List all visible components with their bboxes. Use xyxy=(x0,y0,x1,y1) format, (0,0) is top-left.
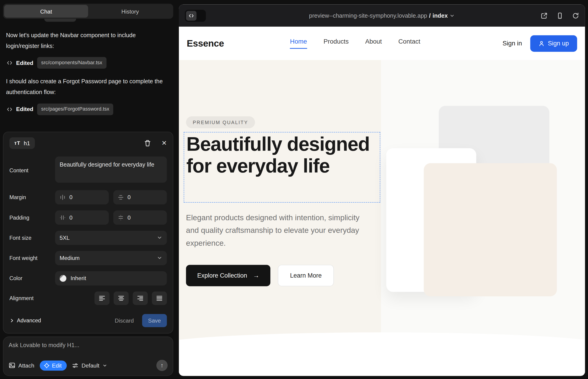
element-editor-panel: тT h1 ✕ Content Beautifully designed for… xyxy=(3,131,173,333)
code-icon xyxy=(7,60,12,66)
alignment-row: Alignment xyxy=(9,291,167,305)
font-size-select[interactable]: 5XL xyxy=(55,231,167,245)
padding-y-input[interactable] xyxy=(113,210,167,225)
site-preview: Essence Home Products About Contact Sign… xyxy=(179,27,585,376)
close-icon[interactable]: ✕ xyxy=(161,139,167,147)
font-size-label: Font size xyxy=(9,235,55,241)
save-button[interactable]: Save xyxy=(142,314,167,327)
premium-quality-badge: PREMIUM QUALITY xyxy=(186,116,255,128)
chat-input-toolbar: Attach Edit Default xyxy=(9,360,168,371)
color-swatch xyxy=(60,275,66,282)
attach-button[interactable]: Attach xyxy=(9,362,34,369)
chat-input[interactable] xyxy=(9,342,168,358)
delete-element-button[interactable] xyxy=(144,140,151,147)
smartphone-icon xyxy=(557,12,563,19)
chevron-down-icon xyxy=(157,235,163,241)
align-justify-button[interactable] xyxy=(152,291,167,305)
chat-messages: Now let's update the Navbar component to… xyxy=(3,30,173,123)
edited-file-row[interactable]: Edited src/pages/ForgotPassword.tsx xyxy=(7,103,170,115)
url-page: index xyxy=(433,12,448,19)
align-center-icon xyxy=(118,295,124,301)
decor-rect-cream xyxy=(424,163,557,296)
sliders-icon xyxy=(72,362,79,369)
target-icon xyxy=(44,363,49,368)
tab-history[interactable]: History xyxy=(88,5,172,18)
font-size-row: Font size 5XL xyxy=(9,231,167,245)
color-select[interactable]: Inherit xyxy=(55,271,167,285)
font-weight-select[interactable]: Medium xyxy=(55,251,167,265)
align-justify-icon xyxy=(156,295,163,301)
browser-window: preview--charming-site-symphony.lovable.… xyxy=(179,5,585,376)
send-arrow-icon: ↑ xyxy=(160,362,164,369)
padding-vertical-icon xyxy=(118,215,124,221)
align-right-icon xyxy=(137,295,144,301)
preview-area: preview--charming-site-symphony.lovable.… xyxy=(176,0,588,379)
sign-in-link[interactable]: Sign in xyxy=(502,40,522,47)
code-preview-toggle[interactable] xyxy=(185,10,206,22)
browser-toolbar: preview--charming-site-symphony.lovable.… xyxy=(179,5,585,27)
content-row: Content Beautifully designed for everyda… xyxy=(9,156,167,184)
nav-link-about[interactable]: About xyxy=(365,38,382,49)
explore-collection-label: Explore Collection xyxy=(197,272,247,279)
nav-link-home[interactable]: Home xyxy=(290,38,307,49)
padding-x-input[interactable] xyxy=(55,210,109,225)
site-navbar: Essence Home Products About Contact Sign… xyxy=(179,27,585,60)
element-tag-chip[interactable]: тT h1 xyxy=(9,137,35,149)
external-link-icon xyxy=(541,12,547,19)
site-logo[interactable]: Essence xyxy=(187,38,224,49)
sign-up-button[interactable]: Sign up xyxy=(530,35,577,52)
editor-footer: Advanced Discard Save xyxy=(9,314,167,327)
element-selection-outline[interactable]: Beautifully designed for everyday life xyxy=(184,132,380,203)
edited-file-row[interactable]: Edited src/components/Navbar.tsx xyxy=(7,57,170,69)
margin-y-input[interactable] xyxy=(113,190,167,204)
url-domain: preview--charming-site-symphony.lovable.… xyxy=(309,12,427,19)
learn-more-button[interactable]: Learn More xyxy=(278,265,334,286)
align-right-button[interactable] xyxy=(133,291,148,305)
hero-subtext: Elegant products designed with intention… xyxy=(186,211,371,250)
align-center-button[interactable] xyxy=(113,291,128,305)
code-icon xyxy=(189,13,194,18)
advanced-label: Advanced xyxy=(17,317,41,323)
chat-panel: Chat History Now let's update the Navbar… xyxy=(0,0,176,379)
chevron-right-icon xyxy=(9,318,14,323)
align-left-button[interactable] xyxy=(94,291,109,305)
file-badge[interactable]: src/pages/ForgotPassword.tsx xyxy=(37,103,113,115)
discard-button[interactable]: Discard xyxy=(115,317,134,324)
model-selector[interactable]: Default xyxy=(72,362,107,369)
nav-link-contact[interactable]: Contact xyxy=(398,38,420,49)
hero-bottom-curve xyxy=(179,332,585,376)
panel-tabs: Chat History xyxy=(3,4,173,19)
send-button[interactable]: ↑ xyxy=(156,360,168,371)
font-weight-row: Font weight Medium xyxy=(9,251,167,265)
attach-label: Attach xyxy=(18,362,34,369)
editor-header: тT h1 ✕ xyxy=(9,137,167,149)
tab-chat[interactable]: Chat xyxy=(4,5,88,18)
assistant-message: Now let's update the Navbar component to… xyxy=(6,30,167,52)
trash-icon xyxy=(144,140,151,147)
url-bar[interactable]: preview--charming-site-symphony.lovable.… xyxy=(309,12,455,19)
refresh-icon xyxy=(572,12,579,19)
site-nav-links: Home Products About Contact xyxy=(290,38,420,49)
refresh-button[interactable] xyxy=(572,12,579,19)
nav-link-products[interactable]: Products xyxy=(324,38,349,49)
explore-collection-button[interactable]: Explore Collection → xyxy=(186,265,271,286)
assistant-message: I should also create a Forgot Password p… xyxy=(6,76,167,98)
color-label: Color xyxy=(9,275,55,281)
chevron-down-icon xyxy=(102,363,107,368)
preview-view-segment[interactable] xyxy=(197,11,205,21)
align-left-icon xyxy=(99,295,105,301)
file-badge[interactable]: src/components/Navbar.tsx xyxy=(37,57,107,69)
edit-mode-button[interactable]: Edit xyxy=(40,360,67,371)
hero-headline[interactable]: Beautifully designed for everyday life xyxy=(184,132,380,178)
margin-x-input[interactable] xyxy=(55,190,109,204)
sign-up-label: Sign up xyxy=(548,40,569,47)
font-weight-value: Medium xyxy=(60,255,79,261)
open-external-button[interactable] xyxy=(541,12,547,19)
padding-row: Padding xyxy=(9,210,167,225)
mobile-view-button[interactable] xyxy=(557,12,563,19)
margin-row: Margin xyxy=(9,190,167,204)
advanced-toggle[interactable]: Advanced xyxy=(9,317,41,323)
code-view-segment[interactable] xyxy=(186,11,197,21)
padding-horizontal-icon xyxy=(60,215,66,221)
content-input[interactable]: Beautifully designed for everyday life xyxy=(55,156,167,182)
